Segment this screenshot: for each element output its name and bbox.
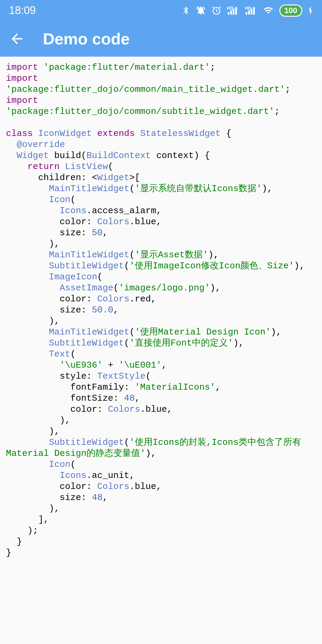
alarm-icon [211,5,222,16]
svg-text:HD: HD [245,5,251,10]
arrow-back-icon [9,31,25,47]
status-time: 18:09 [9,4,36,17]
battery-level: 100 [284,6,297,15]
app-bar: Demo code [0,21,322,57]
status-icons: HD HD 100 [182,4,313,17]
wifi-icon [263,5,274,16]
bluetooth-icon [182,5,191,16]
charging-icon [308,5,313,16]
app-title: Demo code [43,30,130,48]
back-button[interactable] [9,31,25,47]
signal-hd-2-icon: HD [245,5,257,16]
signal-hd-1-icon: HD [227,5,239,16]
mute-icon [196,5,206,16]
svg-text:HD: HD [227,5,233,10]
code-viewer[interactable]: import 'package:flutter/material.dart'; … [0,57,322,564]
battery-indicator: 100 [279,4,302,17]
status-bar: 18:09 HD HD 100 [0,0,322,21]
